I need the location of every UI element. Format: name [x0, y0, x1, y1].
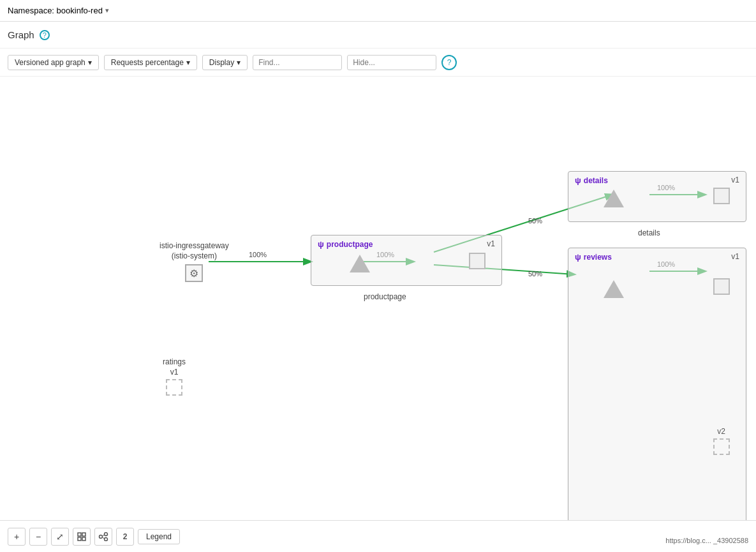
layout-icon-2[interactable] [94, 528, 112, 546]
reviews-v1-badge: v1 [731, 252, 739, 261]
graph-header: Graph ? [0, 22, 756, 48]
zoom-out-button[interactable]: − [29, 528, 47, 546]
namespace-label: Namespace: bookinfo-red [8, 6, 103, 15]
bottom-toolbar: + − ⤢ 2 Legend https://blog.c... _439025… [0, 520, 756, 552]
top-bar: Namespace: bookinfo-red ▾ [0, 0, 756, 22]
ratings-node[interactable]: ratings v1 [163, 357, 186, 398]
pct-to-reviews: 50% [528, 270, 542, 278]
namespace-chevron[interactable]: ▾ [105, 6, 109, 15]
toolbar: Versioned app graph ▾ Requests percentag… [0, 48, 756, 77]
productpage-node-title: ψ productpage [318, 239, 373, 249]
ingress-gateway-node[interactable]: istio-ingressgateway (istio-system) [159, 241, 229, 282]
details-title-text: details [584, 176, 608, 185]
metric-label: Requests percentage [111, 58, 184, 67]
details-box-label: details [638, 228, 660, 237]
display-button[interactable]: Display ▾ [202, 55, 248, 70]
find-input[interactable] [253, 55, 342, 70]
display-chevron: ▾ [237, 58, 241, 67]
graph-type-button[interactable]: Versioned app graph ▾ [8, 55, 99, 70]
productpage-box-label: productpage [364, 292, 406, 301]
hide-input[interactable] [347, 55, 436, 70]
reviews-square-v1[interactable] [713, 278, 730, 297]
svg-rect-8 [82, 533, 85, 536]
ingress-label-2: (istio-system) [172, 251, 217, 260]
ratings-label: ratings [163, 357, 186, 366]
pct-ingress-productpage: 100% [249, 251, 267, 258]
help-icon-toolbar[interactable]: ? [441, 55, 457, 70]
graph-title: Graph [8, 29, 34, 40]
reviews-v2-badge: v2 [717, 427, 725, 436]
reviews-node-title: ψ reviews [575, 252, 612, 262]
graph-canvas: 100% 100% 50% 50% 100% 100% istio-ingres… [0, 77, 756, 552]
reviews-icon: ψ [575, 252, 581, 262]
fit-button[interactable]: ⤢ [51, 528, 69, 546]
productpage-triangle[interactable] [350, 255, 370, 274]
svg-rect-10 [82, 537, 85, 541]
productpage-title-text: productpage [327, 240, 373, 249]
graph-type-chevron: ▾ [88, 58, 92, 67]
productpage-icon: ψ [318, 239, 324, 249]
display-label: Display [209, 58, 234, 67]
details-icon: ψ [575, 175, 581, 185]
svg-line-14 [103, 535, 105, 536]
svg-rect-9 [78, 537, 81, 541]
details-version-badge: v1 [731, 175, 739, 184]
svg-point-12 [105, 532, 108, 535]
svg-line-15 [103, 537, 105, 539]
pct-to-details: 50% [528, 217, 542, 225]
graph-type-label: Versioned app graph [15, 58, 85, 67]
reviews-title-text: reviews [584, 253, 612, 262]
ingress-label-1: istio-ingressgateway [159, 241, 229, 250]
reviews-triangle-v1[interactable] [604, 280, 624, 300]
ratings-version-label: v1 [170, 368, 179, 377]
zoom-in-button[interactable]: + [8, 528, 26, 546]
layout-icon-3[interactable]: 2 [116, 528, 134, 546]
details-triangle[interactable] [604, 190, 624, 209]
metric-button[interactable]: Requests percentage ▾ [104, 55, 197, 70]
legend-button[interactable]: Legend [138, 529, 180, 544]
reviews-box: ψ reviews v1 v2 v3 [568, 248, 746, 552]
productpage-box: ψ productpage v1 [311, 235, 502, 286]
ratings-square-dashed[interactable] [166, 379, 182, 398]
details-square[interactable] [713, 188, 730, 206]
details-box: ψ details v1 [568, 171, 746, 222]
help-icon-header[interactable]: ? [40, 30, 50, 40]
svg-rect-7 [78, 533, 81, 536]
reviews-square-v2[interactable] [713, 438, 730, 457]
metric-chevron: ▾ [186, 58, 190, 67]
svg-point-13 [105, 537, 108, 541]
status-url: https://blog.c... _43902588 [665, 537, 748, 544]
ingress-cluster-icon[interactable] [185, 264, 203, 282]
layout-icon-1[interactable] [73, 528, 91, 546]
productpage-square[interactable] [469, 253, 485, 271]
productpage-version-badge: v1 [487, 239, 495, 248]
svg-point-11 [100, 535, 103, 538]
details-node-title: ψ details [575, 175, 608, 185]
